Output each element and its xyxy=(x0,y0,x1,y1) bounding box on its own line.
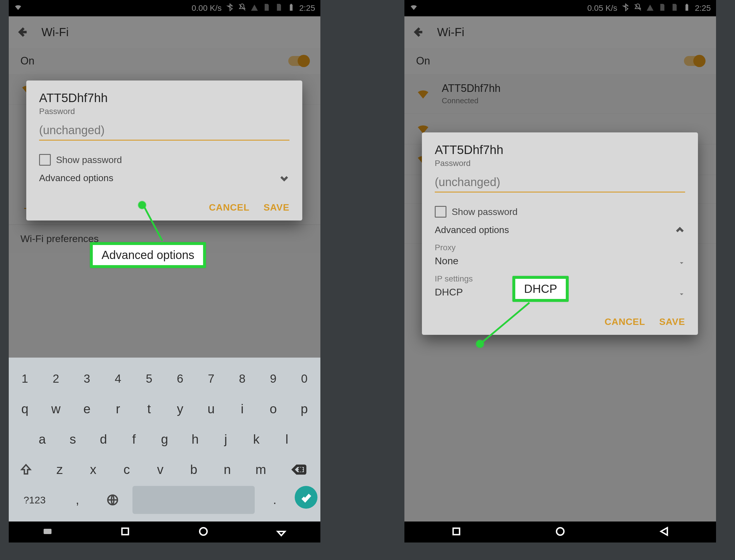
key-q[interactable]: q xyxy=(12,395,38,423)
proxy-label: Proxy xyxy=(435,243,685,252)
chevron-up-icon xyxy=(675,225,685,235)
key-g[interactable]: g xyxy=(152,425,178,453)
cancel-button[interactable]: CANCEL xyxy=(605,316,645,327)
key-f[interactable]: f xyxy=(121,425,147,453)
key-h[interactable]: h xyxy=(182,425,208,453)
nav-home-icon[interactable] xyxy=(555,526,566,538)
show-password-row[interactable]: Show password xyxy=(39,154,289,166)
dialog-ssid: ATT5Dhf7hh xyxy=(39,91,289,105)
svg-rect-6 xyxy=(453,528,460,535)
keyboard-indicator-icon[interactable] xyxy=(42,526,53,538)
advanced-options-label: Advanced options xyxy=(39,173,113,183)
key-w[interactable]: w xyxy=(43,395,69,423)
key-1[interactable]: 1 xyxy=(12,365,38,393)
show-password-label: Show password xyxy=(452,207,518,217)
key-8[interactable]: 8 xyxy=(229,365,255,393)
key-l[interactable]: l xyxy=(274,425,300,453)
key-e[interactable]: e xyxy=(74,395,100,423)
password-input[interactable] xyxy=(435,174,685,193)
proxy-select[interactable]: None xyxy=(435,255,685,267)
password-label: Password xyxy=(39,107,289,116)
nav-recent-icon[interactable] xyxy=(120,526,131,538)
comma-key[interactable]: , xyxy=(62,486,93,514)
key-t[interactable]: t xyxy=(136,395,162,423)
password-input[interactable] xyxy=(39,122,289,141)
key-0[interactable]: 0 xyxy=(291,365,317,393)
enter-key[interactable] xyxy=(295,486,317,509)
dialog-ssid: ATT5Dhf7hh xyxy=(435,143,685,157)
key-y[interactable]: y xyxy=(167,395,193,423)
backspace-key[interactable] xyxy=(280,456,317,484)
key-b[interactable]: b xyxy=(179,456,208,484)
advanced-options-label: Advanced options xyxy=(435,225,509,235)
dropdown-icon xyxy=(678,289,685,296)
callout-dhcp: DHCP xyxy=(512,276,569,302)
nav-back-icon[interactable] xyxy=(276,526,287,538)
proxy-value: None xyxy=(435,255,459,267)
key-x[interactable]: x xyxy=(79,456,108,484)
svg-rect-3 xyxy=(122,528,128,535)
key-m[interactable]: m xyxy=(246,456,275,484)
key-9[interactable]: 9 xyxy=(260,365,286,393)
key-v[interactable]: v xyxy=(146,456,175,484)
key-r[interactable]: r xyxy=(105,395,131,423)
screenshot-left: 0.00 K/s 2:25 Wi-Fi On + xyxy=(9,0,320,543)
key-a[interactable]: a xyxy=(29,425,55,453)
nav-bar xyxy=(9,521,320,543)
password-label: Password xyxy=(435,159,685,168)
key-z[interactable]: z xyxy=(45,456,74,484)
nav-back-icon[interactable] xyxy=(659,526,670,538)
key-3[interactable]: 3 xyxy=(74,365,100,393)
key-5[interactable]: 5 xyxy=(136,365,162,393)
nav-recent-icon[interactable] xyxy=(451,526,462,538)
cancel-button[interactable]: CANCEL xyxy=(209,202,249,213)
svg-point-4 xyxy=(199,528,207,535)
svg-point-7 xyxy=(557,528,564,535)
key-u[interactable]: u xyxy=(198,395,224,423)
key-s[interactable]: s xyxy=(60,425,86,453)
key-2[interactable]: 2 xyxy=(43,365,69,393)
key-n[interactable]: n xyxy=(213,456,242,484)
nav-bar xyxy=(405,521,716,543)
space-key[interactable] xyxy=(132,486,255,514)
key-7[interactable]: 7 xyxy=(198,365,224,393)
ip-settings-value: DHCP xyxy=(435,286,463,298)
key-j[interactable]: j xyxy=(213,425,239,453)
shift-key[interactable] xyxy=(12,456,41,484)
key-6[interactable]: 6 xyxy=(167,365,193,393)
period-key[interactable]: . xyxy=(259,486,290,514)
symnum-key[interactable]: ?123 xyxy=(12,486,57,514)
screenshot-right: 0.05 K/s 2:25 Wi-Fi On ATT5Dhf7hh xyxy=(405,0,716,543)
network-dialog: ATT5Dhf7hh Password Show password Advanc… xyxy=(422,132,698,335)
callout-advanced-options: Advanced options xyxy=(90,242,206,268)
key-o[interactable]: o xyxy=(260,395,286,423)
key-d[interactable]: d xyxy=(90,425,116,453)
show-password-checkbox[interactable] xyxy=(39,154,51,166)
advanced-options-row[interactable]: Advanced options xyxy=(435,225,685,235)
key-c[interactable]: c xyxy=(112,456,141,484)
globe-key[interactable] xyxy=(97,486,128,514)
nav-home-icon[interactable] xyxy=(198,526,209,538)
advanced-options-row[interactable]: Advanced options xyxy=(39,173,289,183)
key-i[interactable]: i xyxy=(229,395,255,423)
save-button[interactable]: SAVE xyxy=(659,316,685,327)
show-password-row[interactable]: Show password xyxy=(435,206,685,218)
svg-rect-2 xyxy=(43,529,51,534)
network-dialog: ATT5Dhf7hh Password Show password Advanc… xyxy=(26,81,302,221)
save-button[interactable]: SAVE xyxy=(263,202,289,213)
show-password-label: Show password xyxy=(56,155,122,165)
soft-keyboard[interactable]: 1234567890 qwertyuiop asdfghjkl zxcvbnm … xyxy=(9,358,320,521)
key-p[interactable]: p xyxy=(291,395,317,423)
key-4[interactable]: 4 xyxy=(105,365,131,393)
show-password-checkbox[interactable] xyxy=(435,206,447,218)
dropdown-icon xyxy=(678,258,685,265)
key-k[interactable]: k xyxy=(243,425,269,453)
chevron-down-icon xyxy=(279,173,289,183)
